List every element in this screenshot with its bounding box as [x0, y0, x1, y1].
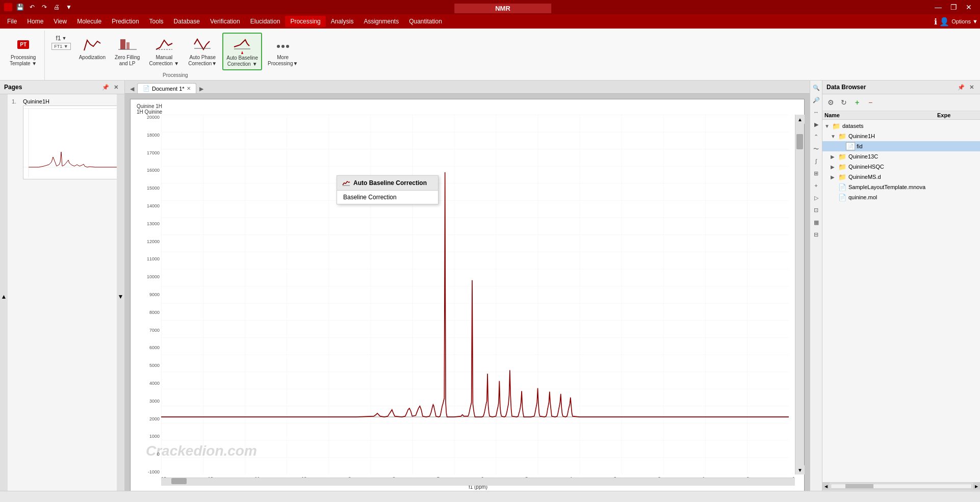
save-button[interactable]: 💾	[14, 2, 25, 13]
scroll-thumb[interactable]	[796, 134, 803, 149]
y-14000: 14000	[147, 203, 160, 208]
tree-item-quinine-mol[interactable]: 📄 quinine.mol	[822, 192, 980, 202]
db-add-button[interactable]: +	[851, 96, 863, 109]
menu-elucidation[interactable]: Elucidation	[245, 16, 286, 27]
y-9000: 9000	[149, 292, 160, 297]
auto-baseline-button[interactable]: Auto BaselineCorrection ▼	[222, 33, 262, 70]
db-header-buttons: 📌 ✕	[957, 83, 976, 92]
menu-home[interactable]: Home	[22, 16, 48, 27]
tree-item-quinine13c[interactable]: ▶ 📁 Quinine13C	[822, 151, 980, 162]
menu-database[interactable]: Database	[169, 16, 205, 27]
menu-assignments[interactable]: Assignments	[358, 16, 404, 27]
db-scroll-right[interactable]: ▶	[973, 483, 980, 490]
title-bar: 💾 ↶ ↷ 🖨 ▼ NMR MestReNova — ❐ ✕	[0, 0, 980, 14]
apodization-button[interactable]: Apodization	[75, 33, 109, 63]
db-scroll-left[interactable]: ◀	[822, 483, 830, 490]
redo-button[interactable]: ↷	[39, 2, 50, 13]
undo-button[interactable]: ↶	[27, 2, 38, 13]
menu-analysis[interactable]: Analysis	[326, 16, 359, 27]
page-item-1[interactable]: 1. Quinine1H	[10, 96, 115, 181]
zero-filling-button[interactable]: Zero Fillingand LP	[111, 33, 143, 69]
menu-view[interactable]: View	[48, 16, 72, 27]
datasets-folder-icon: 📁	[832, 122, 841, 130]
rt-layout[interactable]: ⊟	[811, 229, 821, 240]
menu-processing[interactable]: Processing	[285, 16, 325, 27]
restore-button[interactable]: ❐	[946, 0, 961, 14]
tree-item-quinine1h[interactable]: ▼ 📁 Quinine1H	[822, 131, 980, 141]
tree-item-fid[interactable]: 📄 fid	[822, 141, 980, 151]
db-settings-button[interactable]: ⚙	[824, 96, 837, 109]
spectrum-canvas[interactable]	[161, 115, 789, 474]
db-scrollbar-thumb[interactable]	[845, 484, 873, 488]
pages-scroll-down-button[interactable]: ▼	[117, 94, 124, 498]
menu-quantitation[interactable]: Quantitation	[404, 16, 447, 27]
menu-molecule[interactable]: Molecule	[72, 16, 107, 27]
document-tab-1[interactable]: 📄 Document 1* ✕	[137, 83, 196, 93]
data-browser-panel: Data Browser 📌 ✕ ⚙ ↻ + − Name Expe ▼ 📁 d…	[822, 81, 980, 502]
horizontal-scrollbar[interactable]	[161, 478, 795, 486]
db-tree-content: ▼ 📁 datasets ▼ 📁 Quinine1H 📄 fid	[822, 120, 980, 482]
pages-scroll-up-button[interactable]: ▲	[0, 94, 8, 498]
rt-table[interactable]: ▦	[811, 217, 821, 227]
print-button[interactable]: 🖨	[51, 2, 62, 13]
f1-button[interactable]: f1 ▼ FT1 ▼	[49, 33, 73, 52]
user-icon[interactable]: 👤	[939, 17, 949, 27]
db-scrollbar-track[interactable]	[831, 484, 972, 489]
watermark: Crackedion.com	[146, 443, 257, 459]
pages-float-button[interactable]: 📌	[101, 83, 110, 92]
db-remove-button[interactable]: −	[864, 96, 876, 109]
db-col-name: Name	[824, 112, 937, 118]
datasets-arrow: ▼	[824, 123, 832, 129]
pages-content: 1. Quinine1H	[8, 94, 117, 498]
pages-close-button[interactable]: ✕	[111, 83, 120, 92]
rt-select[interactable]: ▶	[811, 119, 821, 129]
rt-phase[interactable]: 〜	[811, 144, 821, 154]
scroll-down-arrow[interactable]: ▼	[795, 465, 805, 474]
menu-file[interactable]: File	[2, 16, 22, 27]
auto-phase-button[interactable]: Auto PhaseCorrection▼	[185, 33, 220, 69]
rt-run[interactable]: ▷	[811, 193, 821, 203]
qat-dropdown[interactable]: ▼	[63, 2, 74, 13]
scroll-up-arrow[interactable]: ▲	[795, 115, 805, 124]
manual-correction-label: ManualCorrection ▼	[149, 55, 179, 67]
options-button[interactable]: Options ▼	[951, 18, 978, 24]
tree-item-quininehsqc[interactable]: ▶ 📁 QuinineHSQC	[822, 162, 980, 172]
db-close-button[interactable]: ✕	[967, 83, 976, 92]
rt-integral[interactable]: ∫	[811, 156, 821, 166]
ribbon-group-label: Processing	[163, 70, 188, 78]
menu-verification[interactable]: Verification	[205, 16, 245, 27]
y-10000: 10000	[147, 274, 160, 279]
tab-arrow-left[interactable]: ◀	[127, 85, 137, 93]
manual-correction-button[interactable]: ManualCorrection ▼	[145, 33, 183, 69]
tab-icon: 📄	[143, 85, 150, 92]
menu-tools[interactable]: Tools	[144, 16, 169, 27]
info-icon[interactable]: ℹ	[934, 17, 937, 27]
close-button[interactable]: ✕	[962, 0, 976, 14]
minimize-button[interactable]: —	[931, 0, 945, 14]
more-processing-button[interactable]: MoreProcessing▼	[264, 33, 301, 69]
pages-panel: Pages 📌 ✕ ▲ 1. Quinine1H	[0, 81, 125, 502]
tree-item-sample-layout[interactable]: 📄 SampleLayoutTemplate.mnova	[822, 182, 980, 192]
db-float-button[interactable]: 📌	[957, 83, 966, 92]
rt-expand[interactable]: ⊞	[811, 168, 821, 178]
rt-arrow[interactable]: ↔	[811, 107, 821, 117]
db-horizontal-scrollbar[interactable]: ◀ ▶	[822, 482, 980, 489]
rt-zoom-in[interactable]: 🔍	[811, 83, 821, 93]
fid-file-icon: 📄	[846, 142, 855, 150]
rt-plus[interactable]: +	[811, 180, 821, 191]
y-axis: 20000 18000 17000 16000 15000 14000 1300…	[133, 115, 161, 474]
menu-prediction[interactable]: Prediction	[107, 16, 144, 27]
dropdown-item-baseline[interactable]: Baseline Correction	[337, 191, 438, 204]
rt-grid[interactable]: ⊡	[811, 205, 821, 215]
db-refresh-button[interactable]: ↻	[838, 96, 850, 109]
db-toolbar: ⚙ ↻ + −	[822, 94, 980, 111]
tree-item-quininems[interactable]: ▶ 📁 QuinineMS.d	[822, 172, 980, 182]
rt-zoom-out[interactable]: 🔎	[811, 95, 821, 105]
tab-arrow-right[interactable]: ▶	[196, 85, 207, 93]
tree-item-datasets[interactable]: ▼ 📁 datasets	[822, 121, 980, 131]
rt-peak[interactable]: ⌃	[811, 131, 821, 142]
svg-rect-11	[161, 115, 789, 474]
tab-close-button[interactable]: ✕	[187, 86, 191, 91]
vertical-scrollbar[interactable]: ▲ ▼	[795, 115, 804, 474]
processing-template-button[interactable]: PT ProcessingTemplate ▼	[6, 33, 40, 69]
